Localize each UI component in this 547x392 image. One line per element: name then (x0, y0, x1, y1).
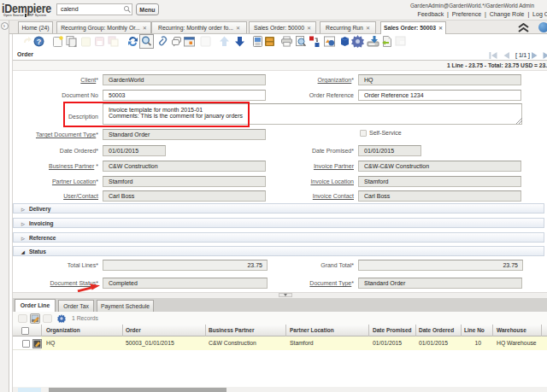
svg-text:?: ? (37, 38, 42, 46)
